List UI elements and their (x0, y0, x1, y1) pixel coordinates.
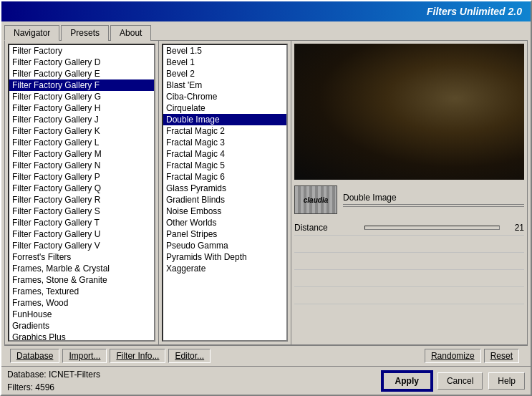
category-item[interactable]: Frames, Wood (9, 297, 154, 309)
filter-item[interactable]: Other Worlds (163, 217, 286, 228)
category-item[interactable]: Filter Factory Gallery G (9, 91, 154, 102)
param-row (294, 254, 524, 270)
preview-image (294, 44, 524, 180)
title-bar: Filters Unlimited 2.0 (1, 1, 531, 21)
bottom-toolbar: Database Import... Filter Info... Editor… (4, 345, 528, 366)
right-panel: claudia Double Image Distance 21 (291, 41, 527, 344)
category-item[interactable]: Filter Factory Gallery H (9, 102, 154, 114)
filter-item[interactable]: Bevel 1.5 (163, 45, 286, 57)
filter-item[interactable]: Ciba-Chrome (163, 91, 286, 102)
category-item[interactable]: Forrest's Filters (9, 251, 154, 263)
tab-about[interactable]: About (110, 25, 151, 41)
param-row: Distance 21 (294, 220, 524, 236)
category-item[interactable]: Graphics Plus (9, 332, 154, 342)
filter-name: Double Image (343, 193, 397, 203)
filter-item[interactable]: Gradient Blinds (163, 194, 286, 206)
category-item[interactable]: Filter Factory Gallery R (9, 194, 154, 206)
param-row (294, 237, 524, 253)
category-panel: Filter FactoryFilter Factory Gallery DFi… (5, 41, 159, 344)
category-item[interactable]: Filter Factory Gallery D (9, 57, 154, 68)
apply-button[interactable]: Apply (382, 372, 432, 390)
reset-button[interactable]: Reset (484, 349, 519, 363)
category-item[interactable]: Filter Factory Gallery K (9, 125, 154, 137)
category-item[interactable]: Filter Factory Gallery E (9, 68, 154, 79)
preview-overlay (294, 44, 524, 180)
filter-item[interactable]: Bevel 1 (163, 57, 286, 68)
filter-item[interactable]: Panel Stripes (163, 228, 286, 240)
category-item[interactable]: Filter Factory Gallery F (9, 79, 154, 91)
category-item[interactable]: Filter Factory Gallery T (9, 217, 154, 228)
preview-stripes (294, 44, 524, 180)
category-item[interactable]: Gradients (9, 320, 154, 332)
category-item[interactable]: Filter Factory Gallery S (9, 206, 154, 217)
params-area: Distance 21 (294, 220, 524, 342)
param-value: 21 (503, 223, 524, 233)
editor-button[interactable]: Editor... (168, 349, 211, 363)
category-item[interactable]: Frames, Stone & Granite (9, 274, 154, 286)
category-item[interactable]: FunHouse (9, 309, 154, 320)
filter-item[interactable]: Bevel 2 (163, 68, 286, 79)
tab-navigator[interactable]: Navigator (4, 25, 59, 41)
tab-bar: Navigator Presets About (1, 21, 531, 40)
import-button[interactable]: Import... (62, 349, 107, 363)
author-badge: claudia (294, 185, 337, 214)
filter-item[interactable]: Fractal Magic 3 (163, 137, 286, 148)
category-item[interactable]: Filter Factory Gallery U (9, 228, 154, 240)
database-button[interactable]: Database (10, 349, 59, 363)
filter-item[interactable]: Pseudo Gamma (163, 240, 286, 251)
param-row (294, 289, 524, 304)
filter-item[interactable]: Fractal Magic 4 (163, 148, 286, 160)
filter-item[interactable]: Xaggerate (163, 263, 286, 274)
status-bar: Database: ICNET-Filters Filters: 4596 Ap… (1, 366, 531, 395)
param-row (294, 271, 524, 287)
filter-list[interactable]: Bevel 1.5Bevel 1Bevel 2Blast 'EmCiba-Chr… (162, 44, 288, 342)
filter-item[interactable]: Cirquelate (163, 102, 286, 114)
category-item[interactable]: Filter Factory Gallery Q (9, 183, 154, 194)
tab-presets[interactable]: Presets (61, 25, 109, 41)
filter-item[interactable]: Blast 'Em (163, 79, 286, 91)
main-window: Filters Unlimited 2.0 Navigator Presets … (0, 0, 532, 396)
param-label: Distance (294, 223, 362, 233)
filter-item[interactable]: Glass Pyramids (163, 183, 286, 194)
category-item[interactable]: Frames, Marble & Crystal (9, 263, 154, 274)
author-name: claudia (304, 196, 328, 204)
status-text: Database: ICNET-Filters Filters: 4596 (7, 368, 382, 394)
action-buttons: Apply Cancel Help (382, 372, 525, 390)
param-slider[interactable] (364, 226, 500, 230)
filter-panel: Bevel 1.5Bevel 1Bevel 2Blast 'EmCiba-Chr… (159, 41, 291, 344)
help-button[interactable]: Help (488, 372, 525, 390)
category-item[interactable]: Filter Factory Gallery L (9, 137, 154, 148)
cancel-button[interactable]: Cancel (437, 372, 483, 390)
randomize-button[interactable]: Randomize (425, 349, 481, 363)
filter-item[interactable]: Double Image (163, 114, 286, 125)
title-text: Filters Unlimited 2.0 (427, 6, 522, 17)
filter-item[interactable]: Fractal Magic 5 (163, 160, 286, 171)
main-content: Filter FactoryFilter Factory Gallery DFi… (4, 40, 528, 345)
filter-item[interactable]: Fractal Magic 2 (163, 125, 286, 137)
filter-item[interactable]: Pyramids With Depth (163, 251, 286, 263)
category-item[interactable]: Filter Factory Gallery P (9, 171, 154, 183)
category-item[interactable]: Filter Factory Gallery V (9, 240, 154, 251)
filter-item[interactable]: Noise Emboss (163, 206, 286, 217)
category-item[interactable]: Filter Factory Gallery N (9, 160, 154, 171)
category-item[interactable]: Filter Factory Gallery J (9, 114, 154, 125)
category-list[interactable]: Filter FactoryFilter Factory Gallery DFi… (8, 44, 155, 342)
category-item[interactable]: Filter Factory (9, 45, 154, 57)
category-item[interactable]: Filter Factory Gallery M (9, 148, 154, 160)
status-line1: Database: ICNET-Filters (7, 368, 382, 381)
status-line2: Filters: 4596 (7, 381, 382, 394)
filter-info-button[interactable]: Filter Info... (110, 349, 165, 363)
category-item[interactable]: Frames, Textured (9, 286, 154, 297)
filter-info-row: claudia Double Image (294, 185, 524, 214)
filter-item[interactable]: Fractal Magic 6 (163, 171, 286, 183)
